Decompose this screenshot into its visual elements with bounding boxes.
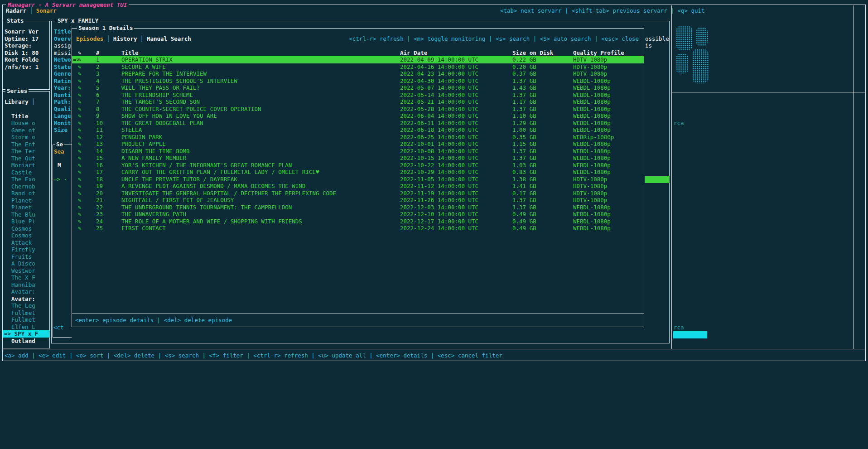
modal-footer-divider — [72, 314, 644, 314]
series-item[interactable]: Game of — [3, 127, 50, 134]
series-item[interactable]: Fullmet — [3, 316, 50, 323]
series-item[interactable]: The X-F — [3, 274, 50, 281]
episode-size-on-disk: 0.37 GB — [512, 70, 536, 77]
episode-row[interactable]: =>✎1OPERATION STRIX2022-04-09 14:00:00 U… — [72, 56, 644, 63]
series-item[interactable]: House o — [3, 120, 50, 127]
bottom-keybinds: <a> add | <e> edit | <o> sort | <del> de… — [5, 352, 502, 359]
episode-row[interactable]: ✎21NIGHTFALL / FIRST FIT OF JEALOUSY2022… — [72, 197, 644, 204]
episode-air-date: 2022-12-10 14:00:00 UTC — [400, 211, 478, 218]
selected-season-row-fragment[interactable]: => · — [53, 176, 67, 183]
series-item[interactable]: Hanniba — [3, 281, 50, 289]
edit-pencil-icon: ✎ — [78, 112, 82, 120]
episode-row[interactable]: ✎18UNCLE THE PRIVATE TUTOR / DAYBREAK202… — [72, 176, 644, 183]
tab-seasons-fragment[interactable]: Sea — [54, 148, 64, 155]
episode-title: SECURE A WIFE — [121, 63, 166, 71]
episode-title: CARRY OUT THE GRIFFIN PLAN / FULLMETAL L… — [121, 169, 319, 176]
series-item[interactable]: Elfen L — [3, 323, 50, 331]
episode-row[interactable]: ✎20INVESTIGATE THE GENERAL HOSPITAL / DE… — [72, 190, 644, 197]
series-item[interactable]: The Out — [3, 155, 50, 162]
series-item[interactable]: The Leg — [3, 302, 50, 309]
episode-title: FIRST CONTACT — [121, 225, 166, 232]
tab-library[interactable]: Library — [5, 98, 29, 106]
edit-pencil-icon: ✎ — [78, 183, 82, 190]
series-item[interactable]: Cosmos — [3, 232, 50, 239]
seasons-panel-border — [53, 145, 53, 337]
episode-row[interactable]: ✎14DISARM THE TIME BOMB2022-10-08 14:00:… — [72, 148, 644, 155]
series-item[interactable]: Westwor — [3, 267, 50, 275]
episode-row[interactable]: ✎22THE UNDERGROUND TENNIS TOURNAMENT: TH… — [72, 204, 644, 211]
episode-air-date: 2022-06-11 14:00:00 UTC — [400, 120, 478, 127]
edit-pencil-icon: ✎ — [78, 106, 82, 113]
edit-pencil-icon: ✎ — [78, 162, 82, 169]
episode-row[interactable]: ✎8THE COUNTER-SECRET POLICE COVER OPERAT… — [72, 106, 644, 113]
tab-separator: │ — [140, 35, 144, 43]
episode-row[interactable]: ✎3PREPARE FOR THE INTERVIEW2022-04-23 14… — [72, 70, 644, 77]
series-item[interactable]: Chernob — [3, 183, 50, 190]
episode-size-on-disk: 1.29 GB — [512, 120, 536, 127]
series-item[interactable]: Band of — [3, 190, 50, 197]
series-item[interactable]: The Blu — [3, 211, 50, 218]
series-item[interactable]: Moriart — [3, 162, 50, 169]
episode-size-on-disk: 1.37 GB — [512, 148, 536, 155]
episode-row[interactable]: ✎2SECURE A WIFE2022-04-16 14:00:00 UTC0.… — [72, 63, 644, 71]
background-panel-border — [671, 5, 672, 349]
episode-quality-profile: HDTV-1080p — [573, 176, 607, 183]
episode-title: THE FRIENDSHIP SCHEME — [121, 92, 193, 99]
series-item[interactable]: Cosmos — [3, 225, 50, 232]
series-item[interactable]: Outland — [3, 338, 50, 345]
episode-row[interactable]: ✎12PENGUIN PARK2022-06-25 14:00:00 UTC0.… — [72, 134, 644, 141]
episode-row[interactable]: ✎17CARRY OUT THE GRIFFIN PLAN / FULLMETA… — [72, 169, 644, 176]
episode-row[interactable]: ✎15A NEW FAMILY MEMBER2022-10-15 14:00:0… — [72, 154, 644, 162]
tab-radarr[interactable]: Radarr — [6, 7, 26, 14]
episode-row[interactable]: ✎13PROJECT APPLE2022-10-01 14:00:00 UTC1… — [72, 140, 644, 148]
tab-manual-search[interactable]: Manual Search — [147, 35, 191, 43]
series-item[interactable]: Storm o — [3, 134, 50, 141]
episode-row[interactable]: ✎11STELLA2022-06-18 14:00:00 UTC1.00 GBW… — [72, 126, 644, 134]
series-item[interactable]: The Ter — [3, 148, 50, 155]
series-item[interactable]: Blue Pl — [3, 218, 50, 225]
series-item[interactable]: The Enf — [3, 141, 50, 148]
episode-row[interactable]: ✎10THE GREAT DODGEBALL PLAN2022-06-11 14… — [72, 120, 644, 127]
episode-number: 13 — [96, 140, 103, 148]
series-item[interactable]: Avatar: — [3, 295, 50, 303]
episode-row[interactable]: ✎25FIRST CONTACT2022-12-24 14:00:00 UTC0… — [72, 225, 644, 232]
edit-pencil-icon: ✎ — [78, 84, 82, 92]
episode-row[interactable]: ✎16YOR'S KITCHEN / THE INFORMANT'S GREAT… — [72, 162, 644, 169]
series-item[interactable]: Firefly — [3, 246, 50, 253]
episode-row[interactable]: ✎24THE ROLE OF A MOTHER AND WIFE / SHOPP… — [72, 218, 644, 225]
series-item[interactable]: A Disco — [3, 260, 50, 267]
series-item[interactable]: Avatar: — [3, 288, 50, 295]
episode-row[interactable]: ✎9SHOW OFF HOW IN LOVE YOU ARE2022-06-04… — [72, 112, 644, 120]
stats-line: Uptime: 17 — [5, 35, 49, 43]
series-item[interactable]: Castle — [3, 169, 50, 176]
tab-sonarr[interactable]: Sonarr — [36, 7, 57, 14]
episode-row[interactable]: ✎7THE TARGET'S SECOND SON2022-05-21 14:0… — [72, 98, 644, 106]
episode-quality-profile: HDTV-1080p — [573, 56, 607, 63]
edit-pencil-icon: ✎ — [78, 70, 82, 77]
tab-history[interactable]: History — [113, 35, 137, 43]
series-item[interactable]: The Exo — [3, 176, 50, 183]
episode-quality-profile: HDTV-1080p — [573, 197, 607, 204]
series-detail-line: Langu — [54, 112, 72, 120]
series-item[interactable]: Fruits — [3, 253, 50, 261]
series-item[interactable]: Planet — [3, 197, 50, 204]
statusbar-divider — [3, 349, 865, 349]
column-header-air-date: Air Date — [400, 49, 427, 57]
episode-title: A REVENGE PLOT AGAINST DESMOND / MAMA BE… — [121, 183, 305, 190]
series-item[interactable]: Fullmet — [3, 309, 50, 317]
episode-size-on-disk: 1.03 GB — [512, 162, 536, 169]
episode-row[interactable]: ✎4THE PRESTIGIOUS SCHOOL'S INTERVIEW2022… — [72, 77, 644, 85]
series-item[interactable]: Planet — [3, 204, 50, 211]
series-item[interactable]: Attack — [3, 239, 50, 246]
series-item[interactable]: => SPY x F — [3, 330, 50, 338]
episode-row[interactable]: ✎6THE FRIENDSHIP SCHEME2022-05-14 14:00:… — [72, 92, 644, 99]
episode-quality-profile: WEBDL-1080p — [573, 162, 611, 169]
tab-episodes[interactable]: Episodes — [76, 35, 103, 43]
episode-row[interactable]: ✎5WILL THEY PASS OR FAIL?2022-05-07 14:0… — [72, 84, 644, 92]
episode-air-date: 2022-05-14 14:00:00 UTC — [400, 92, 478, 99]
episode-row[interactable]: ✎19A REVENGE PLOT AGAINST DESMOND / MAMA… — [72, 183, 644, 190]
stats-line: /nfs/tv: 1 — [5, 63, 49, 71]
episode-number: 16 — [96, 162, 103, 169]
episode-size-on-disk: 1.38 GB — [512, 176, 536, 183]
episode-row[interactable]: ✎23THE UNWAVERING PATH2022-12-10 14:00:0… — [72, 211, 644, 218]
